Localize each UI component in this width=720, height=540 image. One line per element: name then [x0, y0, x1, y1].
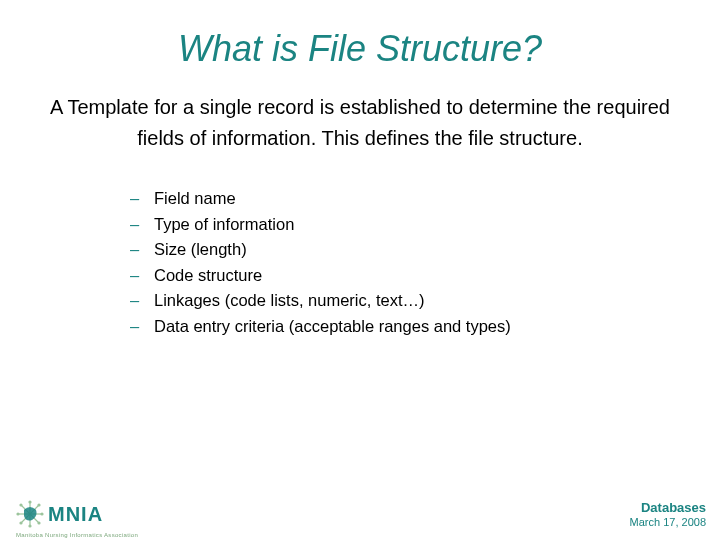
- svg-point-6: [16, 512, 19, 515]
- svg-point-4: [28, 500, 31, 503]
- svg-point-7: [40, 512, 43, 515]
- list-item: – Code structure: [130, 263, 720, 289]
- list-item-label: Field name: [154, 186, 236, 212]
- svg-point-5: [28, 524, 31, 527]
- list-item: – Size (length): [130, 237, 720, 263]
- svg-point-8: [19, 503, 22, 506]
- footer: Databases March 17, 2008: [630, 500, 706, 528]
- list-item: – Linkages (code lists, numeric, text…): [130, 288, 720, 314]
- dash-icon: –: [130, 186, 154, 212]
- footer-label: Databases: [630, 500, 706, 515]
- dash-icon: –: [130, 237, 154, 263]
- intro-paragraph: A Template for a single record is establ…: [0, 92, 720, 154]
- list-item-label: Type of information: [154, 212, 294, 238]
- dash-icon: –: [130, 288, 154, 314]
- bullet-list: – Field name – Type of information – Siz…: [130, 186, 720, 339]
- svg-point-11: [19, 521, 22, 524]
- dash-icon: –: [130, 212, 154, 238]
- logo: MNIA: [16, 500, 103, 528]
- list-item: – Field name: [130, 186, 720, 212]
- footer-date: March 17, 2008: [630, 516, 706, 528]
- logo-text: MNIA: [48, 503, 103, 526]
- logo-subtitle: Manitoba Nursing Informatics Association: [16, 532, 138, 538]
- list-item: – Data entry criteria (acceptable ranges…: [130, 314, 720, 340]
- list-item-label: Size (length): [154, 237, 247, 263]
- svg-point-10: [37, 503, 40, 506]
- slide: What is File Structure? A Template for a…: [0, 0, 720, 540]
- dash-icon: –: [130, 314, 154, 340]
- list-item-label: Code structure: [154, 263, 262, 289]
- logo-icon: [16, 500, 44, 528]
- list-item-label: Data entry criteria (acceptable ranges a…: [154, 314, 511, 340]
- list-item: – Type of information: [130, 212, 720, 238]
- slide-title: What is File Structure?: [0, 0, 720, 88]
- list-item-label: Linkages (code lists, numeric, text…): [154, 288, 425, 314]
- dash-icon: –: [130, 263, 154, 289]
- svg-point-9: [37, 521, 40, 524]
